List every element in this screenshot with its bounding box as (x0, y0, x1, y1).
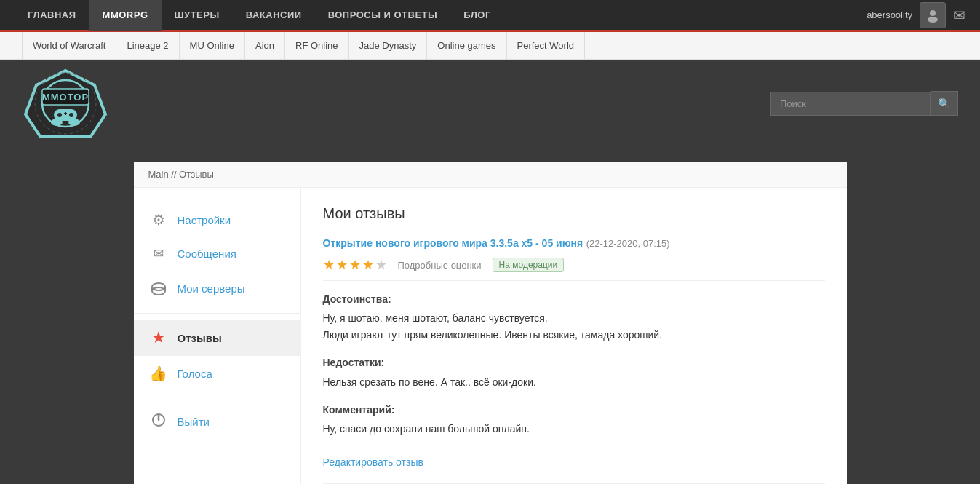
sec-nav-aion[interactable]: Aion (245, 32, 285, 60)
top-navigation: ГЛАВНАЯ MMORPG ШУТЕРЫ ВАКАНСИИ ВОПРОСЫ И… (0, 0, 980, 32)
nav-glavnaya[interactable]: ГЛАВНАЯ (15, 0, 89, 31)
sec-nav-jade[interactable]: Jade Dynasty (349, 32, 428, 60)
page-title: Мои отзывы (323, 205, 825, 222)
votes-icon: 👍 (148, 365, 169, 382)
pros-text: Ну, я шотаю, меня шотают, баланс чувству… (323, 310, 825, 343)
sidebar: ⚙ Настройки ✉ Сообщения Мои серверы ★ (134, 188, 301, 484)
main-wrapper: Main // Отзывы ⚙ Настройки ✉ Сообщения (0, 147, 980, 484)
sidebar-item-reviews[interactable]: ★ Отзывы (134, 320, 300, 356)
site-logo[interactable]: ММОТОР (22, 67, 109, 140)
sec-nav-lineage2[interactable]: Lineage 2 (116, 32, 179, 60)
review-header: Открытие нового игрового мира 3.3.5а х5 … (323, 237, 825, 250)
sidebar-item-messages[interactable]: ✉ Сообщения (134, 237, 300, 270)
svg-rect-10 (65, 112, 66, 115)
sidebar-label-logout: Выйти (178, 416, 210, 428)
star-5: ★ (375, 257, 387, 273)
content-inner: ⚙ Настройки ✉ Сообщения Мои серверы ★ (134, 188, 847, 484)
content-box: Main // Отзывы ⚙ Настройки ✉ Сообщения (134, 162, 847, 484)
sidebar-label-messages: Сообщения (178, 247, 236, 260)
svg-point-7 (57, 113, 62, 117)
pros-title: Достоинства: (323, 291, 825, 307)
settings-icon: ⚙ (148, 211, 169, 229)
star-2: ★ (336, 257, 348, 273)
svg-point-0 (930, 10, 936, 16)
logo-container: ММОТОР (22, 67, 109, 140)
edit-review-link[interactable]: Редактировать отзыв (323, 456, 423, 468)
review-comment-section: Комментарий: Ну, спаси до сохрани наш бо… (323, 402, 825, 437)
username-label: abersoolity (867, 9, 912, 20)
svg-text:ММОТОР: ММОТОР (42, 92, 89, 103)
sec-nav-rf[interactable]: RF Online (285, 32, 349, 60)
sec-nav-mu[interactable]: MU Online (180, 32, 245, 60)
comment-text: Ну, спаси до сохрани наш большой онлайн. (323, 421, 825, 437)
star-rating: ★ ★ ★ ★ ★ (323, 257, 387, 273)
svg-point-1 (928, 17, 938, 23)
messages-icon: ✉ (148, 246, 169, 261)
sidebar-label-reviews: Отзывы (178, 332, 222, 344)
detailed-ratings-link[interactable]: Подробные оценки (398, 260, 482, 271)
nav-mmorpg[interactable]: MMORPG (89, 0, 162, 31)
cons-title: Недостатки: (323, 354, 825, 370)
sidebar-divider-2 (134, 397, 300, 397)
review-body: Достоинства: Ну, я шотаю, меня шотают, б… (323, 291, 825, 437)
comment-title: Комментарий: (323, 402, 825, 418)
sidebar-label-settings: Настройки (178, 214, 231, 226)
sidebar-item-settings[interactable]: ⚙ Настройки (134, 202, 300, 237)
review-cons-section: Недостатки: Нельзя срезать по вене. А та… (323, 354, 825, 390)
nav-shooters[interactable]: ШУТЕРЫ (162, 0, 233, 31)
nav-blog[interactable]: БЛОГ (450, 0, 504, 31)
svg-point-8 (69, 113, 73, 117)
main-content: Мои отзывы Открытие нового игрового мира… (301, 188, 847, 484)
mail-icon[interactable]: ✉ (953, 7, 965, 24)
sidebar-label-servers: Мои серверы (178, 282, 245, 295)
cons-text: Нельзя срезать по вене. А так.. всё оки-… (323, 374, 825, 390)
sidebar-label-votes: Голоса (178, 368, 212, 380)
review-card: Открытие нового игрового мира 3.3.5а х5 … (323, 237, 825, 484)
nav-vacancies[interactable]: ВАКАНСИИ (233, 0, 315, 31)
sidebar-item-logout[interactable]: Выйти (134, 403, 300, 440)
sec-nav-online-games[interactable]: Online games (427, 32, 506, 60)
star-3: ★ (349, 257, 361, 273)
star-1: ★ (323, 257, 335, 273)
sidebar-divider (134, 313, 300, 314)
moderation-badge: На модерации (493, 258, 565, 272)
top-nav-right: abersoolity ✉ (867, 2, 965, 28)
sec-nav-perfect-world[interactable]: Perfect World (507, 32, 586, 60)
top-nav-links: ГЛАВНАЯ MMORPG ШУТЕРЫ ВАКАНСИИ ВОПРОСЫ И… (15, 0, 504, 31)
search-container: 🔍 (770, 91, 958, 116)
breadcrumb: Main // Отзывы (134, 162, 847, 188)
header-area: ММОТОР 🔍 (0, 60, 980, 147)
review-meta: ★ ★ ★ ★ ★ Подробные оценки На модерации (323, 257, 825, 281)
servers-icon (148, 279, 169, 298)
review-title-link[interactable]: Открытие нового игрового мира 3.3.5а х5 … (323, 237, 583, 249)
sidebar-item-my-servers[interactable]: Мои серверы (134, 270, 300, 307)
review-pros-section: Достоинства: Ну, я шотаю, меня шотают, б… (323, 291, 825, 343)
svg-point-12 (68, 119, 80, 126)
secondary-navigation: World of Warcraft Lineage 2 MU Online Ai… (0, 32, 980, 60)
sec-nav-wow[interactable]: World of Warcraft (22, 32, 116, 60)
search-button[interactable]: 🔍 (931, 91, 958, 116)
nav-qna[interactable]: ВОПРОСЫ И ОТВЕТЫ (315, 0, 451, 31)
star-4: ★ (362, 257, 374, 273)
svg-point-11 (51, 119, 63, 126)
reviews-icon: ★ (148, 328, 169, 347)
review-date: (22-12-2020, 07:15) (586, 238, 670, 249)
user-avatar[interactable] (920, 2, 946, 28)
sidebar-item-votes[interactable]: 👍 Голоса (134, 356, 300, 391)
logout-icon (148, 412, 169, 432)
search-input[interactable] (770, 92, 931, 116)
